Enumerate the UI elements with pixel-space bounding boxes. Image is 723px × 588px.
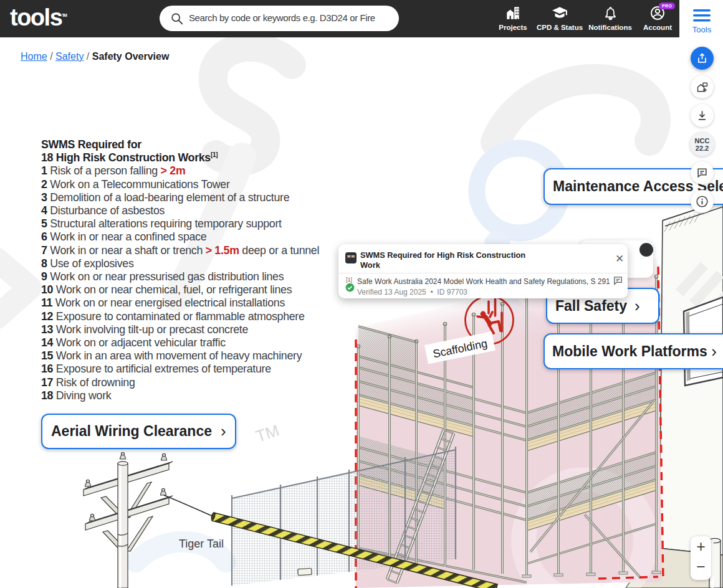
svg-text:Tiger Tail: Tiger Tail	[179, 538, 224, 550]
svg-text:TM: TM	[254, 421, 282, 446]
